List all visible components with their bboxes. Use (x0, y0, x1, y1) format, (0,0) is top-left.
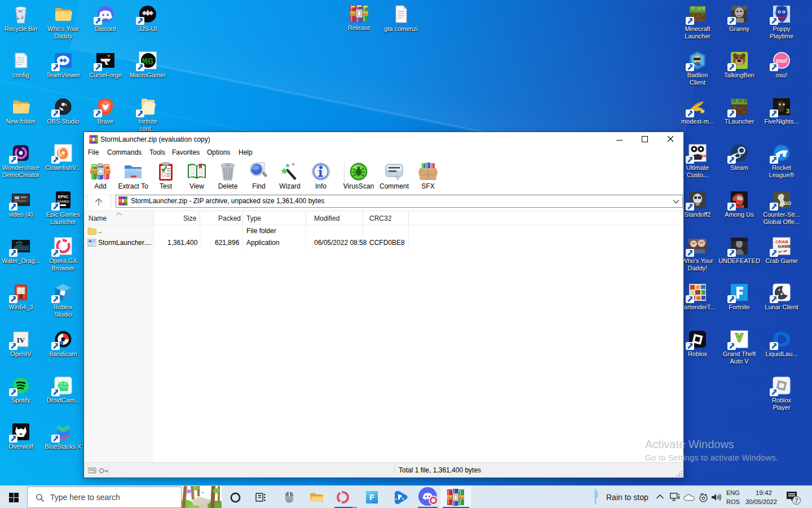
svg-text:3: 3 (786, 108, 789, 115)
svg-text:CN: CN (700, 154, 707, 159)
svg-text:IV: IV (17, 336, 25, 344)
svg-text:GAME: GAME (778, 244, 791, 249)
svg-text:GO: GO (783, 200, 791, 206)
svg-text:EPIC: EPIC (58, 194, 69, 199)
